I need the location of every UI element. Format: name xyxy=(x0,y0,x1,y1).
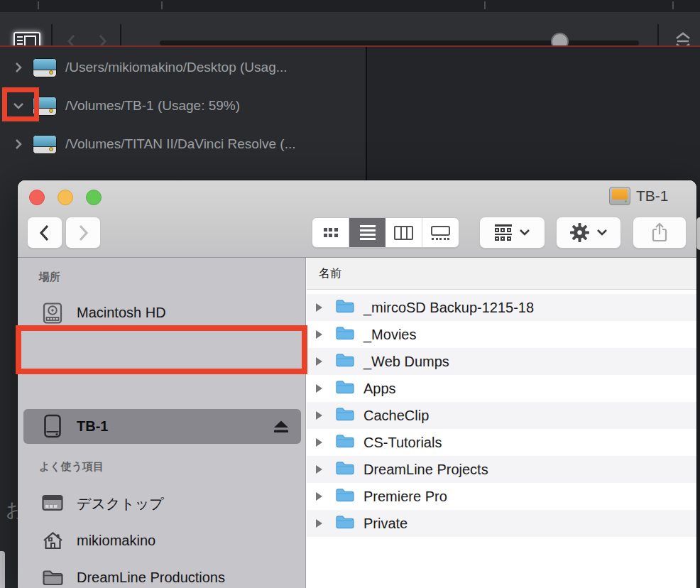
sidebar-item-tb1-selected[interactable]: TB-1 xyxy=(23,409,301,444)
file-row[interactable]: CS-Tutorials xyxy=(307,429,696,456)
eject-button[interactable] xyxy=(272,420,290,436)
screenshot-root: /Users/mikiomakino/Desktop (Usag... /Vol… xyxy=(0,0,700,588)
sidebar-item-label: デスクトップ xyxy=(77,494,164,513)
tree-row-desktop[interactable]: /Users/mikiomakino/Desktop (Usag... xyxy=(0,48,366,87)
window-title-group: TB-1 xyxy=(609,185,700,207)
folder-icon xyxy=(335,379,355,398)
sidebar-item-label: Macintosh HD xyxy=(77,305,166,321)
file-row[interactable]: Apps xyxy=(307,375,696,402)
app-top-bar xyxy=(0,0,700,12)
file-name: DreamLine Projects xyxy=(363,462,488,478)
disclosure-triangle-icon[interactable] xyxy=(316,357,322,366)
folder-icon xyxy=(41,569,64,587)
disclosure-triangle-icon[interactable] xyxy=(316,465,322,474)
sidebar-item-label: DreamLine Productions xyxy=(77,570,225,586)
share-button[interactable] xyxy=(633,217,687,249)
expand-chevron-icon[interactable] xyxy=(10,138,27,150)
chevron-left-icon xyxy=(38,224,52,242)
folder-icon xyxy=(335,433,355,452)
chevron-right-icon xyxy=(76,224,90,242)
chevron-down-icon xyxy=(596,229,608,236)
column-view-icon xyxy=(394,226,413,240)
sidebar-item-home[interactable]: mikiomakino xyxy=(23,523,301,558)
finder-window: TB-1 xyxy=(18,180,696,588)
external-drive-outline-icon xyxy=(41,414,64,439)
annotation-box-tb1-sidebar xyxy=(16,325,307,374)
media-storage-toolbar xyxy=(0,12,700,45)
view-mode-segmented-control xyxy=(312,217,459,248)
file-name: _Movies xyxy=(363,327,416,343)
eject-icon xyxy=(272,420,290,433)
tree-row-tb1[interactable]: /Volumes/TB-1 (Usage: 59%) xyxy=(0,87,366,125)
top-bar-tick xyxy=(484,1,486,9)
file-name: _Web Dumps xyxy=(363,354,449,370)
chevron-down-icon xyxy=(519,229,530,236)
file-row[interactable]: Premiere Pro xyxy=(307,483,696,510)
file-row[interactable]: _Movies xyxy=(307,321,696,348)
sidebar-item-desktop[interactable]: デスクトップ xyxy=(23,486,301,521)
gallery-view-icon xyxy=(431,226,450,240)
folder-icon xyxy=(335,298,355,317)
gallery-view-button[interactable] xyxy=(422,218,459,247)
expand-chevron-icon[interactable] xyxy=(10,62,27,73)
back-button[interactable] xyxy=(27,217,62,249)
group-by-button[interactable] xyxy=(479,217,545,249)
disclosure-triangle-icon[interactable] xyxy=(316,330,322,339)
sidebar-item-dreamline-productions[interactable]: DreamLine Productions xyxy=(23,560,301,588)
drive-icon xyxy=(33,58,57,77)
column-view-button[interactable] xyxy=(385,218,422,247)
top-bar-tick xyxy=(38,1,39,9)
disclosure-triangle-icon[interactable] xyxy=(316,438,322,447)
external-drive-icon xyxy=(609,187,630,205)
desktop-icon xyxy=(41,494,64,513)
disclosure-triangle-icon[interactable] xyxy=(316,519,322,528)
action-menu-button[interactable] xyxy=(556,217,621,249)
tree-item-label: /Volumes/TB-1 (Usage: 59%) xyxy=(65,98,240,114)
zoom-window-button[interactable] xyxy=(86,190,102,205)
sidebar-section-favorites: よく使う項目 xyxy=(39,460,104,474)
file-row[interactable]: _Web Dumps xyxy=(307,348,696,375)
icon-view-button[interactable] xyxy=(312,218,349,247)
close-window-button[interactable] xyxy=(29,190,45,205)
file-name: Premiere Pro xyxy=(363,489,447,505)
disclosure-triangle-icon[interactable] xyxy=(316,384,322,393)
sidebar-section-locations: 場所 xyxy=(39,271,60,284)
file-name: CS-Tutorials xyxy=(363,435,442,451)
annotation-box-expand-chevron xyxy=(2,87,39,121)
tree-item-label: /Volumes/TITAN II/DaVinci Resolve (... xyxy=(65,136,296,152)
top-bar-tick xyxy=(161,1,163,9)
column-header-name[interactable]: 名前 xyxy=(307,258,696,290)
disclosure-triangle-icon[interactable] xyxy=(316,303,322,312)
sidebar-item-label: TB-1 xyxy=(77,418,108,435)
file-row[interactable]: DreamLine Projects xyxy=(307,456,696,483)
window-title: TB-1 xyxy=(636,187,669,205)
tree-row-titan[interactable]: /Volumes/TITAN II/DaVinci Resolve (... xyxy=(0,125,366,163)
file-row[interactable]: Private xyxy=(307,510,696,537)
file-row[interactable]: _mircoSD Backup-1215-18 xyxy=(307,294,696,321)
list-view-button[interactable] xyxy=(349,218,385,247)
file-row[interactable]: CacheClip xyxy=(307,402,696,429)
disclosure-triangle-icon[interactable] xyxy=(316,411,322,420)
group-by-icon xyxy=(495,224,512,241)
icon-view-icon xyxy=(324,228,338,237)
background-scrollbar-partial xyxy=(0,551,5,588)
disclosure-triangle-icon[interactable] xyxy=(316,492,322,501)
folder-icon xyxy=(335,406,355,425)
finder-titlebar-toolbar: TB-1 xyxy=(18,180,696,258)
drive-icon xyxy=(33,135,57,154)
folder-icon xyxy=(335,352,355,371)
folder-icon xyxy=(335,325,355,344)
tree-item-label: /Users/mikiomakino/Desktop (Usag... xyxy=(65,60,288,75)
sidebar-item-label: mikiomakino xyxy=(77,533,155,549)
internal-drive-icon xyxy=(41,303,64,324)
gear-icon xyxy=(570,223,589,242)
top-bar-tick xyxy=(672,1,674,9)
forward-button[interactable] xyxy=(65,217,101,249)
minimize-window-button[interactable] xyxy=(58,190,73,205)
file-name: Apps xyxy=(363,381,396,397)
folder-icon xyxy=(335,487,355,506)
finder-sidebar: 場所 Macintosh HD xyxy=(18,258,306,588)
file-name: _mircoSD Backup-1215-18 xyxy=(363,300,534,316)
finder-file-list: 名前 _mircoSD Backup-1215-18 _Movies _Web … xyxy=(307,258,696,588)
home-icon xyxy=(41,531,64,550)
